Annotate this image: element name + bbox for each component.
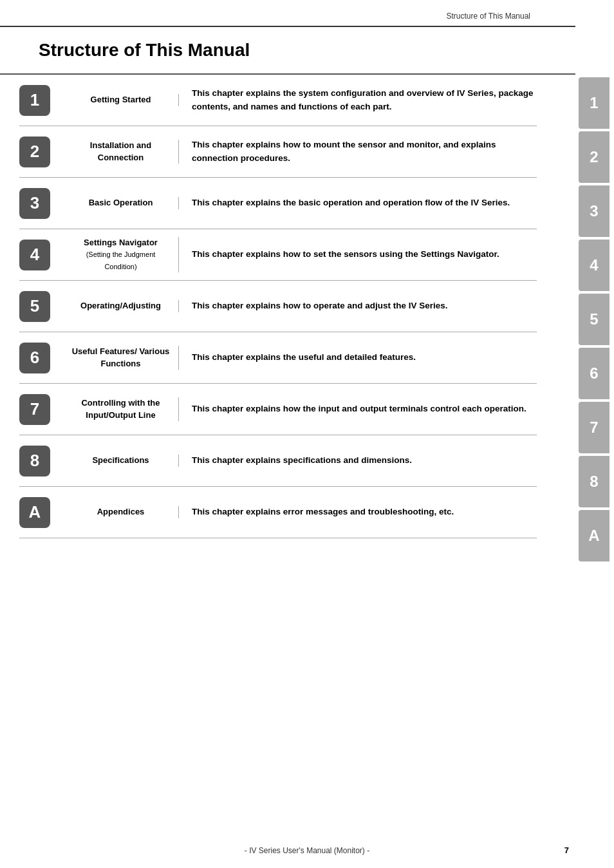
chapter-name-a: Appendices: [63, 506, 179, 518]
chapter-badge-a: A: [19, 497, 50, 528]
section-header-text: Structure of This Manual: [446, 12, 530, 21]
chapter-row-6[interactable]: 6Useful Features/ Various FunctionsThis …: [19, 332, 537, 384]
chapter-row-5[interactable]: 5Operating/AdjustingThis chapter explain…: [19, 281, 537, 332]
chapter-row-1[interactable]: 1Getting StartedThis chapter explains th…: [19, 75, 537, 126]
chapter-row-2[interactable]: 2Installation and ConnectionThis chapter…: [19, 126, 537, 178]
chapter-badge-5: 5: [19, 291, 50, 322]
right-tab-4[interactable]: 4: [579, 240, 609, 291]
chapter-row-7[interactable]: 7Controlling with the Input/Output LineT…: [19, 384, 537, 435]
chapter-badge-4: 4: [19, 240, 50, 270]
footer-page: 7: [564, 845, 569, 855]
chapter-row-a[interactable]: AAppendicesThis chapter explains error m…: [19, 487, 537, 538]
right-tab-7[interactable]: 7: [579, 402, 609, 453]
right-tab-strip: 12345678A: [579, 0, 614, 868]
chapter-name-7: Controlling with the Input/Output Line: [63, 397, 179, 420]
chapter-name-8: Specifications: [63, 455, 179, 466]
chapter-name-1: Getting Started: [63, 94, 179, 106]
chapter-badge-7: 7: [19, 394, 50, 425]
right-tab-3[interactable]: 3: [579, 185, 609, 237]
right-tab-6[interactable]: 6: [579, 348, 609, 399]
chapter-name-3: Basic Operation: [63, 197, 179, 209]
right-tab-8[interactable]: 8: [579, 456, 609, 507]
chapter-desc-1: This chapter explains the system configu…: [179, 87, 537, 113]
chapter-badge-6: 6: [19, 343, 50, 373]
chapter-name-5: Operating/Adjusting: [63, 300, 179, 312]
chapter-desc-6: This chapter explains the useful and det…: [179, 351, 537, 364]
right-tab-a[interactable]: A: [579, 510, 609, 561]
chapter-name-4: Settings Navigator(Setting the Judgment …: [63, 237, 179, 272]
chapter-desc-3: This chapter explains the basic operatio…: [179, 196, 537, 209]
chapter-desc-7: This chapter explains how the input and …: [179, 402, 537, 415]
content-area: 1Getting StartedThis chapter explains th…: [0, 75, 575, 538]
chapter-desc-8: This chapter explains specifications and…: [179, 454, 537, 467]
chapter-desc-2: This chapter explains how to mount the s…: [179, 138, 537, 165]
chapter-name-2: Installation and Connection: [63, 140, 179, 163]
chapter-badge-3: 3: [19, 188, 50, 219]
chapter-desc-5: This chapter explains how to operate and…: [179, 299, 537, 312]
chapter-name-6: Useful Features/ Various Functions: [63, 346, 179, 369]
chapter-desc-a: This chapter explains error messages and…: [179, 505, 537, 518]
chapter-badge-1: 1: [19, 85, 50, 116]
chapter-row-4[interactable]: 4Settings Navigator(Setting the Judgment…: [19, 229, 537, 281]
page-title: Structure of This Manual: [0, 27, 575, 75]
chapter-badge-8: 8: [19, 446, 50, 476]
section-header: Structure of This Manual: [0, 0, 575, 27]
chapter-badge-2: 2: [19, 137, 50, 167]
right-tab-5[interactable]: 5: [579, 294, 609, 345]
chapter-desc-4: This chapter explains how to set the sen…: [179, 248, 537, 261]
right-tab-1[interactable]: 1: [579, 77, 609, 129]
right-tab-2[interactable]: 2: [579, 131, 609, 183]
chapter-row-3[interactable]: 3Basic OperationThis chapter explains th…: [19, 178, 537, 229]
footer-center: - IV Series User's Manual (Monitor) -: [0, 846, 614, 855]
chapter-row-8[interactable]: 8SpecificationsThis chapter explains spe…: [19, 435, 537, 487]
